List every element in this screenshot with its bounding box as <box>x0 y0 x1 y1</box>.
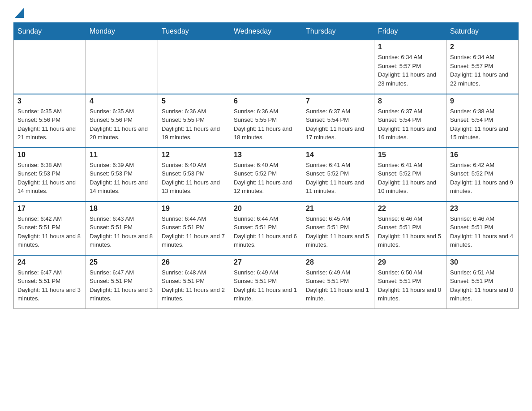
day-number: 27 <box>234 258 298 266</box>
day-number: 20 <box>234 205 298 213</box>
week-row-4: 17Sunrise: 6:42 AMSunset: 5:51 PMDayligh… <box>14 201 519 255</box>
day-number: 11 <box>90 151 154 159</box>
calendar-cell: 17Sunrise: 6:42 AMSunset: 5:51 PMDayligh… <box>14 201 86 255</box>
day-number: 24 <box>17 258 82 266</box>
calendar-cell: 1Sunrise: 6:34 AMSunset: 5:57 PMDaylight… <box>374 40 446 94</box>
calendar-cell: 20Sunrise: 6:44 AMSunset: 5:51 PMDayligh… <box>230 201 302 255</box>
day-info: Sunrise: 6:49 AMSunset: 5:51 PMDaylight:… <box>234 268 298 303</box>
day-number: 7 <box>306 97 370 105</box>
day-number: 28 <box>306 258 370 266</box>
day-number: 23 <box>450 205 515 213</box>
calendar-cell <box>86 40 158 94</box>
calendar-cell: 3Sunrise: 6:35 AMSunset: 5:56 PMDaylight… <box>14 94 86 148</box>
day-number: 8 <box>378 97 442 105</box>
calendar-cell: 18Sunrise: 6:43 AMSunset: 5:51 PMDayligh… <box>86 201 158 255</box>
weekday-header-row: SundayMondayTuesdayWednesdayThursdayFrid… <box>14 23 519 40</box>
day-info: Sunrise: 6:47 AMSunset: 5:51 PMDaylight:… <box>17 268 82 303</box>
day-info: Sunrise: 6:36 AMSunset: 5:55 PMDaylight:… <box>162 107 226 142</box>
day-number: 16 <box>450 151 515 159</box>
day-info: Sunrise: 6:44 AMSunset: 5:51 PMDaylight:… <box>234 214 298 249</box>
weekday-header-friday: Friday <box>374 23 446 40</box>
day-info: Sunrise: 6:35 AMSunset: 5:56 PMDaylight:… <box>90 107 154 142</box>
day-info: Sunrise: 6:43 AMSunset: 5:51 PMDaylight:… <box>90 214 154 249</box>
weekday-header-wednesday: Wednesday <box>230 23 302 40</box>
calendar-cell <box>230 40 302 94</box>
day-number: 5 <box>162 97 226 105</box>
day-info: Sunrise: 6:41 AMSunset: 5:52 PMDaylight:… <box>306 161 370 196</box>
day-info: Sunrise: 6:35 AMSunset: 5:56 PMDaylight:… <box>17 107 82 142</box>
day-number: 26 <box>162 258 226 266</box>
day-info: Sunrise: 6:40 AMSunset: 5:53 PMDaylight:… <box>162 161 226 196</box>
calendar-cell: 8Sunrise: 6:37 AMSunset: 5:54 PMDaylight… <box>374 94 446 148</box>
day-info: Sunrise: 6:50 AMSunset: 5:51 PMDaylight:… <box>378 268 442 303</box>
day-info: Sunrise: 6:41 AMSunset: 5:52 PMDaylight:… <box>378 161 442 196</box>
calendar-cell: 30Sunrise: 6:51 AMSunset: 5:51 PMDayligh… <box>446 255 519 309</box>
calendar-cell: 10Sunrise: 6:38 AMSunset: 5:53 PMDayligh… <box>14 148 86 201</box>
svg-marker-0 <box>15 8 24 18</box>
logo-triangle-icon <box>15 8 24 18</box>
day-number: 21 <box>306 205 370 213</box>
day-number: 6 <box>234 97 298 105</box>
calendar-cell: 28Sunrise: 6:49 AMSunset: 5:51 PMDayligh… <box>302 255 374 309</box>
calendar-cell: 29Sunrise: 6:50 AMSunset: 5:51 PMDayligh… <box>374 255 446 309</box>
calendar-cell: 24Sunrise: 6:47 AMSunset: 5:51 PMDayligh… <box>14 255 86 309</box>
day-info: Sunrise: 6:40 AMSunset: 5:52 PMDaylight:… <box>234 161 298 196</box>
day-info: Sunrise: 6:38 AMSunset: 5:54 PMDaylight:… <box>450 107 515 142</box>
calendar-cell: 21Sunrise: 6:45 AMSunset: 5:51 PMDayligh… <box>302 201 374 255</box>
day-info: Sunrise: 6:46 AMSunset: 5:51 PMDaylight:… <box>450 214 515 249</box>
weekday-header-saturday: Saturday <box>446 23 519 40</box>
calendar-cell: 22Sunrise: 6:46 AMSunset: 5:51 PMDayligh… <box>374 201 446 255</box>
calendar-cell: 12Sunrise: 6:40 AMSunset: 5:53 PMDayligh… <box>158 148 230 201</box>
day-number: 9 <box>450 97 515 105</box>
day-number: 4 <box>90 97 154 105</box>
day-info: Sunrise: 6:44 AMSunset: 5:51 PMDaylight:… <box>162 214 226 249</box>
day-number: 15 <box>378 151 442 159</box>
day-info: Sunrise: 6:42 AMSunset: 5:51 PMDaylight:… <box>17 214 82 249</box>
day-info: Sunrise: 6:46 AMSunset: 5:51 PMDaylight:… <box>378 214 442 249</box>
calendar-table: SundayMondayTuesdayWednesdayThursdayFrid… <box>13 22 519 309</box>
day-number: 18 <box>90 205 154 213</box>
calendar-cell: 6Sunrise: 6:36 AMSunset: 5:55 PMDaylight… <box>230 94 302 148</box>
weekday-header-thursday: Thursday <box>302 23 374 40</box>
page-header <box>13 9 519 18</box>
calendar-cell <box>14 40 86 94</box>
weekday-header-tuesday: Tuesday <box>158 23 230 40</box>
calendar-cell <box>158 40 230 94</box>
day-number: 1 <box>378 43 442 51</box>
day-number: 29 <box>378 258 442 266</box>
weekday-header-monday: Monday <box>86 23 158 40</box>
calendar-cell: 13Sunrise: 6:40 AMSunset: 5:52 PMDayligh… <box>230 148 302 201</box>
day-info: Sunrise: 6:51 AMSunset: 5:51 PMDaylight:… <box>450 268 515 303</box>
week-row-1: 1Sunrise: 6:34 AMSunset: 5:57 PMDaylight… <box>14 40 519 94</box>
calendar-cell <box>302 40 374 94</box>
calendar-cell: 26Sunrise: 6:48 AMSunset: 5:51 PMDayligh… <box>158 255 230 309</box>
day-info: Sunrise: 6:34 AMSunset: 5:57 PMDaylight:… <box>450 53 515 88</box>
day-info: Sunrise: 6:34 AMSunset: 5:57 PMDaylight:… <box>378 53 442 88</box>
day-number: 12 <box>162 151 226 159</box>
day-number: 17 <box>17 205 82 213</box>
calendar-cell: 9Sunrise: 6:38 AMSunset: 5:54 PMDaylight… <box>446 94 519 148</box>
day-info: Sunrise: 6:47 AMSunset: 5:51 PMDaylight:… <box>90 268 154 303</box>
day-number: 2 <box>450 43 515 51</box>
logo <box>13 9 24 18</box>
calendar-cell: 2Sunrise: 6:34 AMSunset: 5:57 PMDaylight… <box>446 40 519 94</box>
day-info: Sunrise: 6:48 AMSunset: 5:51 PMDaylight:… <box>162 268 226 303</box>
day-info: Sunrise: 6:42 AMSunset: 5:52 PMDaylight:… <box>450 161 515 196</box>
day-number: 10 <box>17 151 82 159</box>
calendar-cell: 5Sunrise: 6:36 AMSunset: 5:55 PMDaylight… <box>158 94 230 148</box>
day-number: 22 <box>378 205 442 213</box>
day-info: Sunrise: 6:49 AMSunset: 5:51 PMDaylight:… <box>306 268 370 303</box>
day-info: Sunrise: 6:45 AMSunset: 5:51 PMDaylight:… <box>306 214 370 249</box>
calendar-cell: 7Sunrise: 6:37 AMSunset: 5:54 PMDaylight… <box>302 94 374 148</box>
day-number: 13 <box>234 151 298 159</box>
day-number: 25 <box>90 258 154 266</box>
day-number: 30 <box>450 258 515 266</box>
calendar-cell: 15Sunrise: 6:41 AMSunset: 5:52 PMDayligh… <box>374 148 446 201</box>
week-row-2: 3Sunrise: 6:35 AMSunset: 5:56 PMDaylight… <box>14 94 519 148</box>
day-info: Sunrise: 6:38 AMSunset: 5:53 PMDaylight:… <box>17 161 82 196</box>
week-row-3: 10Sunrise: 6:38 AMSunset: 5:53 PMDayligh… <box>14 148 519 201</box>
calendar-cell: 23Sunrise: 6:46 AMSunset: 5:51 PMDayligh… <box>446 201 519 255</box>
calendar-cell: 19Sunrise: 6:44 AMSunset: 5:51 PMDayligh… <box>158 201 230 255</box>
calendar-cell: 14Sunrise: 6:41 AMSunset: 5:52 PMDayligh… <box>302 148 374 201</box>
calendar-cell: 27Sunrise: 6:49 AMSunset: 5:51 PMDayligh… <box>230 255 302 309</box>
